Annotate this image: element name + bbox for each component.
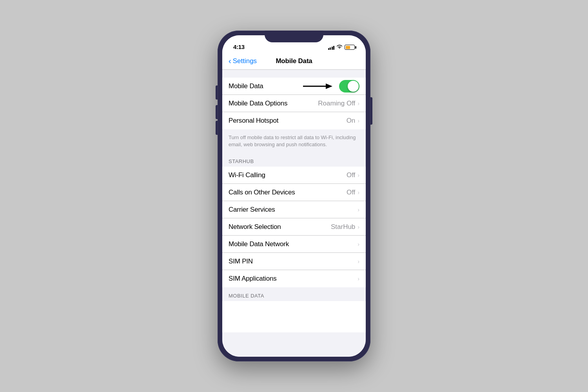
- battery-fill: [346, 46, 350, 49]
- mobile-data-network-row[interactable]: Mobile Data Network ›: [222, 236, 366, 253]
- chevron-right-icon: ›: [358, 172, 359, 178]
- phone-screen: 4:13: [222, 35, 366, 357]
- status-time: 4:13: [233, 44, 245, 50]
- notch: [265, 31, 323, 42]
- mobile-data-description: Turn off mobile data to restrict all dat…: [222, 129, 366, 153]
- wifi-icon: [336, 44, 343, 50]
- toggle-knob: [348, 81, 359, 92]
- signal-bars-icon: [328, 45, 335, 50]
- signal-bar-3: [332, 47, 333, 50]
- wifi-calling-right: Off ›: [347, 171, 359, 179]
- nav-bar: ‹ Settings Mobile Data: [222, 53, 366, 70]
- mobile-data-section-group: [222, 301, 366, 332]
- carrier-services-right: ›: [358, 207, 359, 213]
- chevron-right-icon: ›: [358, 224, 359, 230]
- mobile-data-section-content: [222, 301, 366, 332]
- sim-pin-row[interactable]: SIM PIN ›: [222, 253, 366, 270]
- mobile-data-network-label: Mobile Data Network: [229, 240, 289, 248]
- wifi-calling-value: Off: [347, 171, 355, 179]
- back-label: Settings: [233, 57, 257, 65]
- carrier-services-label: Carrier Services: [229, 206, 275, 214]
- mobile-data-options-row[interactable]: Mobile Data Options Roaming Off ›: [222, 95, 366, 112]
- calls-other-devices-value: Off: [347, 189, 355, 196]
- mobile-data-options-label: Mobile Data Options: [229, 100, 287, 107]
- calls-other-devices-right: Off ›: [347, 189, 359, 196]
- svg-marker-1: [326, 83, 332, 89]
- mobile-data-options-right: Roaming Off ›: [318, 100, 359, 107]
- mobile-data-label: Mobile Data: [229, 82, 263, 90]
- personal-hotspot-value: On: [347, 117, 356, 125]
- arrow-annotation: [303, 80, 334, 92]
- chevron-right-icon: ›: [358, 258, 359, 265]
- scroll-content[interactable]: Mobile Data: [222, 70, 366, 357]
- chevron-right-icon: ›: [358, 207, 359, 213]
- sim-applications-row[interactable]: SIM Applications ›: [222, 270, 366, 287]
- chevron-right-icon: ›: [358, 189, 359, 196]
- personal-hotspot-right: On ›: [347, 117, 359, 125]
- battery-icon: [345, 45, 355, 50]
- phone-frame: 4:13: [218, 31, 370, 361]
- calls-other-devices-label: Calls on Other Devices: [229, 189, 295, 196]
- chevron-right-icon: ›: [358, 241, 359, 247]
- mobile-data-network-right: ›: [358, 241, 359, 247]
- network-selection-label: Network Selection: [229, 223, 281, 231]
- status-icons: [328, 44, 355, 50]
- wifi-calling-label: Wi-Fi Calling: [229, 171, 265, 179]
- calls-other-devices-row[interactable]: Calls on Other Devices Off ›: [222, 184, 366, 201]
- chevron-right-icon: ›: [358, 118, 359, 124]
- sim-applications-label: SIM Applications: [229, 275, 276, 283]
- chevron-right-icon: ›: [358, 276, 359, 282]
- sim-pin-right: ›: [358, 258, 359, 265]
- signal-bar-4: [333, 46, 334, 50]
- signal-bar-1: [328, 48, 329, 50]
- chevron-right-icon: ›: [358, 100, 359, 107]
- back-button[interactable]: ‹ Settings: [229, 57, 257, 65]
- network-selection-value: StarHub: [331, 223, 355, 231]
- mobile-data-options-value: Roaming Off: [318, 100, 355, 107]
- mobile-data-right: [339, 80, 359, 93]
- personal-hotspot-label: Personal Hotspot: [229, 117, 278, 125]
- wifi-calling-row[interactable]: Wi-Fi Calling Off ›: [222, 167, 366, 184]
- carrier-services-row[interactable]: Carrier Services ›: [222, 201, 366, 218]
- starhub-section-header: STARHUB: [222, 153, 366, 167]
- network-selection-right: StarHub ›: [331, 223, 359, 231]
- top-settings-group: Mobile Data: [222, 78, 366, 129]
- sim-pin-label: SIM PIN: [229, 258, 253, 265]
- signal-bar-2: [330, 47, 331, 50]
- mobile-data-section-header: MOBILE DATA: [222, 287, 366, 301]
- sim-applications-right: ›: [358, 276, 359, 282]
- top-spacer: [222, 70, 366, 78]
- page-title: Mobile Data: [276, 57, 312, 65]
- starhub-settings-group: Wi-Fi Calling Off › Calls on Other Devic…: [222, 167, 366, 287]
- mobile-data-row[interactable]: Mobile Data: [222, 78, 366, 95]
- back-chevron-icon: ‹: [229, 57, 231, 65]
- network-selection-row[interactable]: Network Selection StarHub ›: [222, 218, 366, 236]
- personal-hotspot-row[interactable]: Personal Hotspot On ›: [222, 112, 366, 129]
- mobile-data-toggle[interactable]: [339, 80, 359, 93]
